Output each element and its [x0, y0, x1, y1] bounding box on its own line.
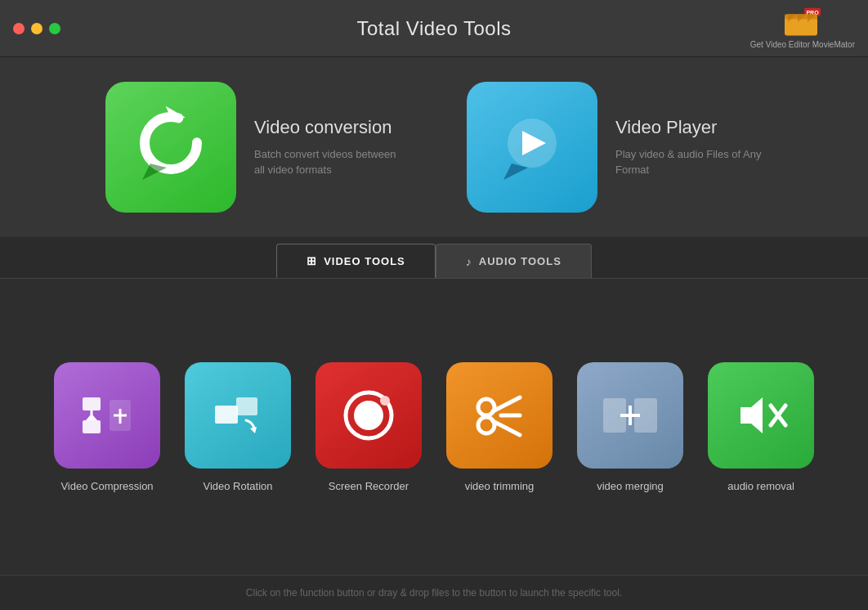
video-compression-icon [54, 362, 160, 469]
screen-recorder-label: Screen Recorder [329, 480, 409, 492]
video-conversion-icon [105, 82, 236, 213]
hero-section: Video conversion Batch convert videos be… [0, 57, 868, 237]
svg-text:PRO: PRO [806, 9, 819, 15]
close-button[interactable] [13, 23, 25, 34]
svg-point-25 [380, 396, 390, 406]
tool-item-video-rotation[interactable]: Video Rotation [185, 362, 291, 492]
video-trimming-icon [446, 362, 553, 469]
svg-rect-6 [785, 14, 817, 19]
tool-item-video-merging[interactable]: video merging [577, 362, 683, 492]
maximize-button[interactable] [49, 23, 60, 34]
tools-grid: Video Compression Video Rotation [54, 362, 814, 492]
video-rotation-icon [185, 362, 291, 469]
tabs-container: ⊞ VIDEO TOOLS ♪ AUDIO TOOLS [0, 237, 868, 278]
video-player-icon [467, 82, 597, 213]
video-player-title: Video Player [615, 117, 763, 138]
tab-video-tools[interactable]: ⊞ VIDEO TOOLS [276, 244, 436, 278]
footer: Click on the function button or dray & d… [0, 575, 868, 610]
tool-item-video-trimming[interactable]: video trimming [446, 362, 553, 492]
window-controls [13, 23, 60, 34]
audio-removal-icon [708, 362, 814, 469]
video-compression-label: Video Compression [60, 480, 153, 492]
video-tools-tab-icon: ⊞ [306, 254, 317, 267]
tab-audio-tools[interactable]: ♪ AUDIO TOOLS [436, 244, 592, 278]
svg-line-28 [493, 397, 520, 411]
svg-rect-21 [236, 397, 257, 415]
svg-rect-20 [215, 406, 238, 424]
svg-marker-22 [250, 427, 257, 433]
video-conversion-text: Video conversion Batch convert videos be… [254, 117, 401, 178]
video-trimming-label: video trimming [465, 480, 535, 492]
video-merging-icon [577, 362, 683, 469]
svg-rect-13 [83, 397, 101, 410]
moviemator-label: Get Video Editor MovieMator [750, 38, 855, 49]
tool-item-video-compression[interactable]: Video Compression [54, 362, 160, 492]
footer-text: Click on the function button or dray & d… [246, 587, 622, 599]
tab-audio-tools-label: AUDIO TOOLS [479, 255, 562, 267]
svg-point-7 [145, 117, 197, 169]
hero-item-video-player[interactable]: Video Player Play video & audio Files of… [467, 82, 763, 213]
app-title: Total Video Tools [356, 17, 511, 40]
svg-rect-14 [83, 420, 101, 433]
hero-item-video-conversion[interactable]: Video conversion Batch convert videos be… [105, 82, 401, 213]
video-rotation-label: Video Rotation [203, 480, 272, 492]
video-merging-label: video merging [597, 480, 664, 492]
audio-tools-tab-icon: ♪ [466, 255, 472, 268]
svg-point-24 [354, 401, 383, 430]
audio-removal-label: audio removal [727, 480, 794, 492]
svg-marker-35 [740, 397, 763, 433]
video-conversion-desc: Batch convert videos between all video f… [254, 146, 401, 178]
tools-section: Video Compression Video Rotation [0, 278, 868, 575]
moviemator-button[interactable]: PRO Get Video Editor MovieMator [750, 7, 855, 49]
svg-line-29 [493, 421, 520, 435]
minimize-button[interactable] [31, 23, 43, 34]
tool-item-audio-removal[interactable]: audio removal [708, 362, 814, 492]
video-player-desc: Play video & audio Files of Any Format [615, 146, 763, 178]
video-conversion-title: Video conversion [254, 117, 401, 138]
titlebar: Total Video Tools PRO Get Video Editor M… [0, 0, 868, 57]
tool-item-screen-recorder[interactable]: Screen Recorder [315, 362, 422, 492]
video-player-text: Video Player Play video & audio Files of… [615, 117, 763, 178]
svg-marker-16 [86, 414, 97, 420]
moviemator-icon: PRO [785, 7, 821, 37]
tab-video-tools-label: VIDEO TOOLS [324, 255, 405, 267]
screen-recorder-icon [315, 362, 422, 469]
